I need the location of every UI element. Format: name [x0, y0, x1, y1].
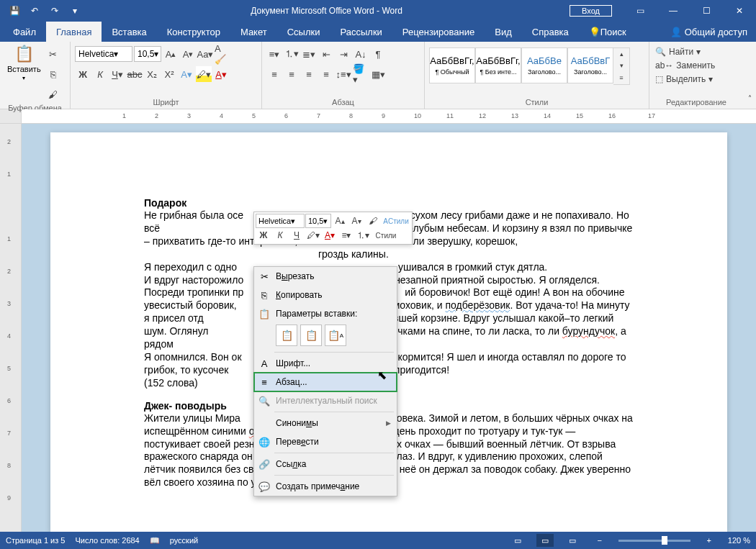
tab-home[interactable]: Главная — [46, 22, 102, 42]
tab-mailings[interactable]: Рассылки — [330, 22, 392, 42]
ctx-cut[interactable]: ✂Вырезать — [254, 267, 397, 286]
collapse-ribbon-icon[interactable]: ˄ — [743, 90, 756, 106]
font-name-select[interactable]: Helvetica ▾ — [75, 46, 132, 62]
ctx-copy[interactable]: ⎘Копировать — [254, 286, 397, 304]
zoom-slider[interactable] — [618, 540, 690, 542]
justify-icon[interactable]: ≡ — [318, 66, 334, 82]
align-left-icon[interactable]: ≡ — [266, 66, 282, 82]
styles-down-icon[interactable]: ▾ — [613, 60, 629, 71]
style-heading1[interactable]: АаБбВеЗаголово... — [521, 47, 567, 83]
mini-color-icon[interactable]: A▾ — [322, 228, 338, 242]
mini-italic-icon[interactable]: К — [272, 228, 288, 242]
highlight-icon[interactable]: 🖊▾ — [196, 66, 212, 82]
login-button[interactable]: Вход — [570, 5, 612, 17]
ctx-comment[interactable]: 💬Создать примечание — [254, 477, 397, 496]
print-layout-icon[interactable]: ▭ — [536, 534, 554, 547]
mini-grow-icon[interactable]: A▴ — [332, 214, 348, 228]
styles-more-icon[interactable]: ≡ — [613, 71, 629, 84]
tab-design[interactable]: Конструктор — [157, 22, 230, 42]
tab-file[interactable]: Файл — [3, 22, 46, 42]
find-button[interactable]: 🔍 Найти ▾ — [654, 46, 716, 58]
format-painter-icon[interactable]: 🖌 — [45, 86, 61, 102]
paste-keep-formatting[interactable]: 📋 — [276, 325, 297, 346]
font-size-select[interactable]: 10,5 ▾ — [134, 46, 161, 62]
italic-icon[interactable]: К — [92, 66, 108, 82]
zoom-in-icon[interactable]: + — [701, 534, 718, 547]
select-button[interactable]: ⬚ Выделить ▾ — [654, 73, 716, 85]
styles-up-icon[interactable]: ▴ — [613, 48, 629, 60]
maximize-icon[interactable]: ☐ — [690, 0, 723, 22]
mini-numbering-icon[interactable]: ⒈▾ — [355, 228, 371, 242]
change-case-icon[interactable]: Aa▾ — [197, 46, 213, 62]
subscript-icon[interactable]: X₂ — [144, 66, 160, 82]
redo-icon[interactable]: ↷ — [46, 2, 63, 19]
language-indicator[interactable]: русский — [170, 536, 198, 545]
mini-painter-icon[interactable]: 🖌 — [365, 214, 381, 228]
paste-text-only[interactable]: 📋A — [325, 325, 346, 346]
ctx-translate[interactable]: 🌐Перевести — [254, 432, 397, 451]
mini-styles-icon[interactable]: AСтили — [382, 214, 410, 228]
minimize-icon[interactable]: — — [657, 0, 690, 22]
word-count[interactable]: Число слов: 2684 — [75, 536, 139, 545]
numbering-icon[interactable]: ⒈▾ — [284, 46, 300, 62]
paste-button[interactable]: 📋 Вставить ▾ — [4, 43, 44, 83]
ctx-font[interactable]: AШрифт... — [254, 354, 397, 373]
mini-styles2-icon[interactable]: Стили — [372, 228, 400, 242]
close-icon[interactable]: ✕ — [723, 0, 756, 22]
bold-icon[interactable]: Ж — [75, 66, 91, 82]
strike-icon[interactable]: abc — [127, 66, 143, 82]
superscript-icon[interactable]: X² — [161, 66, 177, 82]
read-mode-icon[interactable]: ▭ — [509, 534, 526, 547]
text-effects-icon[interactable]: A▾ — [179, 66, 194, 82]
underline-icon[interactable]: Ч▾ — [109, 66, 125, 82]
sort-icon[interactable]: A↓ — [353, 46, 369, 62]
font-color-icon[interactable]: A▾ — [213, 66, 229, 82]
bullets-icon[interactable]: ≡▾ — [266, 46, 282, 62]
vertical-ruler[interactable]: 2 1 1 2 3 4 5 6 7 8 9 — [0, 124, 22, 532]
tab-insert[interactable]: Вставка — [102, 22, 156, 42]
cut-icon[interactable]: ✂ — [45, 46, 61, 62]
ctx-synonyms[interactable]: Синонимы▶ — [254, 414, 397, 432]
shading-icon[interactable]: 🪣▾ — [353, 66, 369, 82]
zoom-out-icon[interactable]: − — [591, 534, 608, 547]
tab-view[interactable]: Вид — [485, 22, 522, 42]
proofing-icon[interactable]: 📖 — [150, 536, 160, 545]
grow-font-icon[interactable]: A▴ — [163, 46, 179, 62]
copy-icon[interactable]: ⎘ — [45, 66, 61, 82]
mini-highlight-icon[interactable]: 🖊▾ — [305, 228, 321, 242]
page-indicator[interactable]: Страница 1 из 5 — [6, 536, 65, 545]
zoom-level[interactable]: 120 % — [728, 536, 750, 545]
multilevel-icon[interactable]: ≣▾ — [301, 46, 317, 62]
line-spacing-icon[interactable]: ↕≡▾ — [336, 66, 351, 82]
style-normal[interactable]: АаБбВвГг,¶ Обычный — [429, 47, 475, 83]
mini-bold-icon[interactable]: Ж — [256, 228, 271, 242]
align-center-icon[interactable]: ≡ — [284, 66, 300, 82]
mini-font-size[interactable]: 10,5 ▾ — [305, 214, 331, 228]
mini-underline-icon[interactable]: Ч — [289, 228, 305, 242]
mini-shrink-icon[interactable]: A▾ — [348, 214, 364, 228]
tab-review[interactable]: Рецензирование — [392, 22, 485, 42]
mini-bullets-icon[interactable]: ≡▾ — [338, 228, 354, 242]
shrink-font-icon[interactable]: A▾ — [180, 46, 196, 62]
ctx-smart-lookup[interactable]: 🔍Интеллектуальный поиск — [254, 391, 397, 410]
web-layout-icon[interactable]: ▭ — [564, 534, 581, 547]
tab-help[interactable]: Справка — [522, 22, 579, 42]
qat-more-icon[interactable]: ▾ — [66, 2, 84, 19]
save-icon[interactable]: 💾 — [6, 2, 23, 19]
share-button[interactable]: 👤 Общий доступ — [662, 22, 756, 42]
search-box[interactable]: 💡 Поиск — [579, 22, 636, 42]
ribbon-options-icon[interactable]: ▭ — [624, 0, 657, 22]
dec-indent-icon[interactable]: ⇤ — [318, 46, 334, 62]
tab-references[interactable]: Ссылки — [277, 22, 330, 42]
undo-icon[interactable]: ↶ — [26, 2, 43, 19]
align-right-icon[interactable]: ≡ — [301, 66, 317, 82]
tab-layout[interactable]: Макет — [230, 22, 277, 42]
ctx-link[interactable]: 🔗Ссылка — [254, 455, 397, 473]
mini-font-name[interactable]: Helvetica ▾ — [256, 214, 305, 228]
clear-format-icon[interactable]: A🧹 — [215, 46, 230, 62]
horizontal-ruler[interactable]: 12 34 56 78 910 1112 1314 1516 17 — [0, 109, 756, 124]
paste-merge-formatting[interactable]: 📋 — [300, 325, 322, 346]
inc-indent-icon[interactable]: ⇥ — [336, 46, 351, 62]
replace-button[interactable]: ab↔ Заменить — [654, 60, 716, 71]
style-heading2[interactable]: АаБбВвГЗаголово... — [567, 47, 613, 83]
